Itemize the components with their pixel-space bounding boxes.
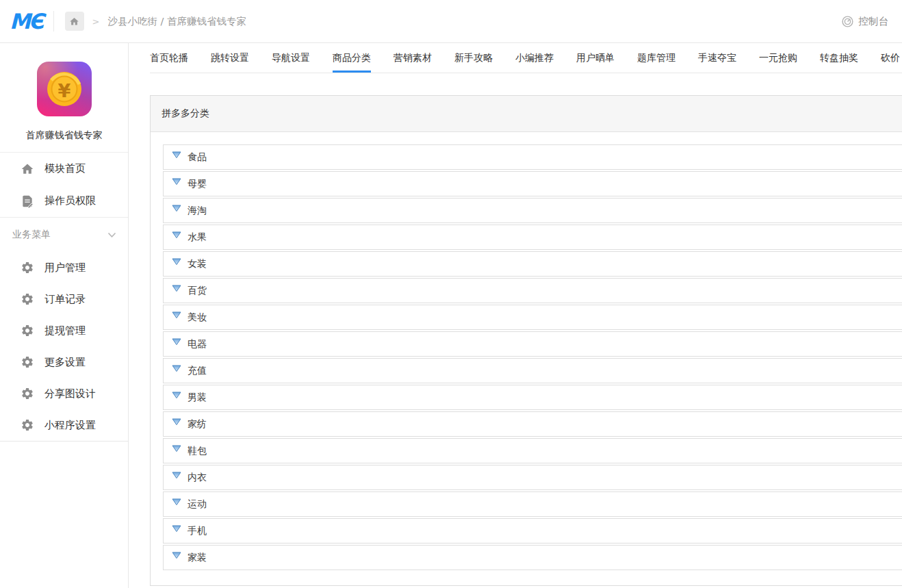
dropdown-triangle-icon[interactable] bbox=[172, 525, 181, 533]
sidebar-business-item[interactable]: 分享图设计 bbox=[0, 378, 128, 409]
category-label: 家装 bbox=[188, 552, 207, 564]
dropdown-triangle-icon[interactable] bbox=[172, 365, 181, 372]
category-row[interactable]: 鞋包 bbox=[163, 438, 902, 463]
category-label: 母婴 bbox=[188, 178, 207, 190]
tab[interactable]: 用户晒单 bbox=[576, 43, 615, 73]
category-row[interactable]: 母婴 bbox=[163, 171, 902, 196]
tab-label: 一元抢购 bbox=[759, 52, 797, 64]
category-row[interactable]: 水果 bbox=[163, 225, 902, 250]
sidebar-item-label: 分享图设计 bbox=[44, 387, 96, 400]
dropdown-triangle-icon[interactable] bbox=[172, 311, 181, 319]
tab[interactable]: 首页轮播 bbox=[150, 43, 188, 73]
dropdown-triangle-icon[interactable] bbox=[172, 178, 181, 186]
category-row[interactable]: 家纺 bbox=[163, 411, 902, 437]
sidebar-item-label: 订单记录 bbox=[44, 293, 86, 306]
category-panel: 拼多多分类 食品 母婴 海淘 bbox=[150, 95, 902, 586]
category-label: 百货 bbox=[188, 285, 207, 297]
category-label: 运动 bbox=[188, 498, 207, 511]
console-button[interactable]: 控制台 bbox=[841, 15, 889, 28]
tab[interactable]: 转盘抽奖 bbox=[820, 43, 858, 73]
gear-icon bbox=[21, 292, 34, 306]
tab-label: 营销素材 bbox=[394, 52, 432, 64]
dropdown-triangle-icon[interactable] bbox=[172, 552, 181, 559]
category-row[interactable]: 男装 bbox=[163, 385, 902, 410]
dropdown-triangle-icon[interactable] bbox=[172, 445, 181, 452]
dropdown-triangle-icon[interactable] bbox=[172, 258, 181, 266]
dropdown-triangle-icon[interactable] bbox=[172, 418, 181, 426]
category-row[interactable]: 运动 bbox=[163, 491, 902, 517]
category-label: 鞋包 bbox=[188, 445, 207, 457]
category-row[interactable]: 女装 bbox=[163, 251, 902, 277]
breadcrumb-home-button[interactable] bbox=[65, 12, 84, 31]
category-label: 手机 bbox=[188, 525, 207, 537]
tab[interactable]: 砍价 bbox=[881, 43, 900, 73]
tab[interactable]: 题库管理 bbox=[637, 43, 675, 73]
category-row[interactable]: 美妆 bbox=[163, 305, 902, 330]
tab[interactable]: 导航设置 bbox=[272, 43, 310, 73]
dropdown-triangle-icon[interactable] bbox=[172, 338, 181, 346]
tab-label: 跳转设置 bbox=[211, 52, 249, 64]
gear-icon bbox=[21, 418, 34, 432]
tab-label: 题库管理 bbox=[637, 52, 675, 64]
category-label: 电器 bbox=[188, 338, 207, 350]
category-row[interactable]: 电器 bbox=[163, 331, 902, 357]
category-label: 充值 bbox=[188, 365, 207, 377]
sidebar-item-label: 用户管理 bbox=[44, 261, 86, 274]
dropdown-triangle-icon[interactable] bbox=[172, 392, 181, 399]
sidebar-item-label: 提现管理 bbox=[44, 324, 86, 337]
dropdown-triangle-icon[interactable] bbox=[172, 498, 181, 506]
sidebar-business-item[interactable]: 订单记录 bbox=[0, 283, 128, 315]
tab[interactable]: 新手攻略 bbox=[454, 43, 493, 73]
category-label: 女装 bbox=[188, 258, 207, 270]
sidebar-item-label: 更多设置 bbox=[44, 356, 86, 369]
home-icon bbox=[69, 16, 79, 27]
sidebar-business-item[interactable]: 提现管理 bbox=[0, 315, 128, 346]
top-bar: MЄ > 沙县小吃街 / 首席赚钱省钱专家 控制台 bbox=[0, 0, 902, 43]
sidebar: ¥ 首席赚钱省钱专家 模块首页 操作员权限 业务菜单 用户管理 bbox=[0, 43, 129, 588]
tab[interactable]: 小编推荐 bbox=[515, 43, 554, 73]
tab-label: 砍价 bbox=[881, 52, 900, 64]
dropdown-triangle-icon[interactable] bbox=[172, 472, 181, 479]
tab-label: 用户晒单 bbox=[576, 52, 615, 64]
chevron-down-icon bbox=[107, 232, 116, 238]
tab-label: 新手攻略 bbox=[454, 52, 493, 64]
dropdown-triangle-icon[interactable] bbox=[172, 231, 181, 239]
sidebar-nav-item[interactable]: 模块首页 bbox=[0, 153, 128, 185]
dropdown-triangle-icon[interactable] bbox=[172, 205, 181, 212]
console-label: 控制台 bbox=[859, 15, 889, 28]
category-label: 海淘 bbox=[188, 205, 207, 217]
tab[interactable]: 商品分类 bbox=[333, 43, 371, 73]
tab[interactable]: 营销素材 bbox=[394, 43, 432, 73]
app-logo[interactable]: MЄ bbox=[10, 11, 48, 32]
category-row[interactable]: 手机 bbox=[163, 518, 902, 544]
sidebar-business-item[interactable]: 小程序设置 bbox=[0, 409, 128, 441]
main-content: 首页轮播 跳转设置 导航设置 商品分类 营销素材 新手攻略 小编推荐 bbox=[129, 43, 902, 586]
sidebar-business-item[interactable]: 更多设置 bbox=[0, 346, 128, 378]
sidebar-section-business-menu[interactable]: 业务菜单 bbox=[0, 218, 128, 252]
sidebar-nav-list: 模块首页 操作员权限 bbox=[0, 153, 128, 218]
sidebar-nav-item[interactable]: 操作员权限 bbox=[0, 185, 128, 217]
dropdown-triangle-icon[interactable] bbox=[172, 151, 181, 159]
tab-bar: 首页轮播 跳转设置 导航设置 商品分类 营销素材 新手攻略 小编推荐 bbox=[150, 43, 902, 73]
category-label: 美妆 bbox=[188, 311, 207, 324]
gauge-icon bbox=[841, 15, 854, 28]
category-row[interactable]: 海淘 bbox=[163, 198, 902, 223]
category-row[interactable]: 食品 bbox=[163, 144, 902, 170]
category-row[interactable]: 充值 bbox=[163, 358, 902, 383]
tab[interactable]: 手速夺宝 bbox=[698, 43, 736, 73]
tab-label: 手速夺宝 bbox=[698, 52, 736, 64]
sidebar-item-label: 小程序设置 bbox=[44, 419, 96, 432]
category-row[interactable]: 百货 bbox=[163, 278, 902, 303]
category-row[interactable]: 家装 bbox=[163, 545, 902, 570]
category-row[interactable]: 内衣 bbox=[163, 465, 902, 490]
dropdown-triangle-icon[interactable] bbox=[172, 285, 181, 292]
tab[interactable]: 一元抢购 bbox=[759, 43, 797, 73]
coin-icon: ¥ bbox=[46, 71, 83, 107]
breadcrumb-chevron-icon: > bbox=[92, 16, 100, 27]
tab-label: 商品分类 bbox=[333, 52, 371, 64]
sidebar-business-item[interactable]: 用户管理 bbox=[0, 252, 128, 283]
gear-icon bbox=[21, 261, 34, 274]
topbar-divider bbox=[53, 11, 54, 31]
category-label: 家纺 bbox=[188, 418, 207, 431]
tab[interactable]: 跳转设置 bbox=[211, 43, 249, 73]
